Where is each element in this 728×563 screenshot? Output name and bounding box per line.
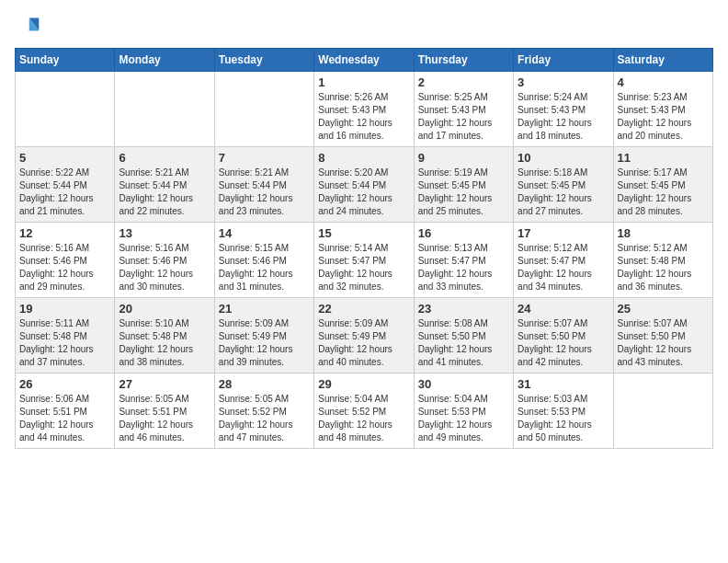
day-number: 12 — [19, 226, 110, 240]
calendar-cell: 27Sunrise: 5:05 AM Sunset: 5:51 PM Dayli… — [115, 373, 214, 449]
calendar-cell — [613, 373, 712, 449]
day-number: 4 — [618, 75, 709, 89]
calendar-cell: 5Sunrise: 5:22 AM Sunset: 5:44 PM Daylig… — [16, 147, 115, 223]
calendar-cell: 13Sunrise: 5:16 AM Sunset: 5:46 PM Dayli… — [115, 223, 214, 298]
calendar-cell: 28Sunrise: 5:05 AM Sunset: 5:52 PM Dayli… — [214, 373, 313, 449]
day-number: 13 — [119, 226, 210, 240]
calendar-table: SundayMondayTuesdayWednesdayThursdayFrid… — [15, 48, 713, 449]
day-info: Sunrise: 5:14 AM Sunset: 5:47 PM Dayligh… — [318, 242, 409, 293]
day-info: Sunrise: 5:16 AM Sunset: 5:46 PM Dayligh… — [119, 242, 210, 293]
calendar-cell: 18Sunrise: 5:12 AM Sunset: 5:48 PM Dayli… — [613, 223, 712, 298]
day-number: 7 — [219, 151, 310, 165]
day-info: Sunrise: 5:21 AM Sunset: 5:44 PM Dayligh… — [119, 167, 210, 218]
calendar-cell: 23Sunrise: 5:08 AM Sunset: 5:50 PM Dayli… — [414, 298, 513, 373]
day-info: Sunrise: 5:08 AM Sunset: 5:50 PM Dayligh… — [418, 317, 509, 369]
day-info: Sunrise: 5:04 AM Sunset: 5:53 PM Dayligh… — [418, 393, 509, 444]
day-number: 30 — [418, 377, 509, 391]
calendar-cell — [115, 72, 214, 147]
weekday-header-monday: Monday — [115, 49, 214, 72]
day-number: 23 — [418, 302, 509, 316]
day-info: Sunrise: 5:22 AM Sunset: 5:44 PM Dayligh… — [19, 167, 110, 218]
calendar-cell: 9Sunrise: 5:19 AM Sunset: 5:45 PM Daylig… — [414, 147, 513, 223]
day-info: Sunrise: 5:11 AM Sunset: 5:48 PM Dayligh… — [19, 317, 110, 369]
day-number: 19 — [19, 302, 110, 316]
week-row-4: 19Sunrise: 5:11 AM Sunset: 5:48 PM Dayli… — [16, 298, 713, 373]
calendar-cell: 30Sunrise: 5:04 AM Sunset: 5:53 PM Dayli… — [414, 373, 513, 449]
weekday-header-tuesday: Tuesday — [214, 49, 313, 72]
header-area — [15, 15, 713, 40]
calendar-cell — [214, 72, 313, 147]
day-number: 15 — [318, 226, 409, 240]
day-info: Sunrise: 5:05 AM Sunset: 5:51 PM Dayligh… — [119, 393, 210, 444]
day-number: 16 — [418, 226, 509, 240]
calendar-cell — [16, 72, 115, 147]
day-info: Sunrise: 5:09 AM Sunset: 5:49 PM Dayligh… — [318, 317, 409, 369]
weekday-header-saturday: Saturday — [613, 49, 712, 72]
day-number: 8 — [318, 151, 409, 165]
week-row-2: 5Sunrise: 5:22 AM Sunset: 5:44 PM Daylig… — [16, 147, 713, 223]
day-number: 2 — [418, 75, 509, 89]
calendar-cell: 1Sunrise: 5:26 AM Sunset: 5:43 PM Daylig… — [314, 72, 414, 147]
logo-icon — [15, 15, 40, 40]
logo — [15, 15, 44, 40]
day-info: Sunrise: 5:07 AM Sunset: 5:50 PM Dayligh… — [518, 317, 609, 369]
day-info: Sunrise: 5:10 AM Sunset: 5:48 PM Dayligh… — [119, 317, 210, 369]
calendar-cell: 6Sunrise: 5:21 AM Sunset: 5:44 PM Daylig… — [115, 147, 214, 223]
day-number: 17 — [518, 226, 609, 240]
calendar-cell: 12Sunrise: 5:16 AM Sunset: 5:46 PM Dayli… — [16, 223, 115, 298]
day-info: Sunrise: 5:07 AM Sunset: 5:50 PM Dayligh… — [618, 317, 709, 369]
day-number: 20 — [119, 302, 210, 316]
calendar-cell: 29Sunrise: 5:04 AM Sunset: 5:52 PM Dayli… — [314, 373, 414, 449]
calendar-cell: 14Sunrise: 5:15 AM Sunset: 5:46 PM Dayli… — [214, 223, 313, 298]
day-number: 29 — [318, 377, 409, 391]
day-number: 22 — [318, 302, 409, 316]
calendar-cell: 8Sunrise: 5:20 AM Sunset: 5:44 PM Daylig… — [314, 147, 414, 223]
day-number: 18 — [618, 226, 709, 240]
calendar-cell: 31Sunrise: 5:03 AM Sunset: 5:53 PM Dayli… — [514, 373, 613, 449]
week-row-5: 26Sunrise: 5:06 AM Sunset: 5:51 PM Dayli… — [16, 373, 713, 449]
day-info: Sunrise: 5:21 AM Sunset: 5:44 PM Dayligh… — [219, 167, 310, 218]
calendar-cell: 19Sunrise: 5:11 AM Sunset: 5:48 PM Dayli… — [16, 298, 115, 373]
day-info: Sunrise: 5:12 AM Sunset: 5:47 PM Dayligh… — [518, 242, 609, 293]
day-info: Sunrise: 5:17 AM Sunset: 5:45 PM Dayligh… — [618, 167, 709, 218]
day-number: 25 — [618, 302, 709, 316]
calendar-cell: 7Sunrise: 5:21 AM Sunset: 5:44 PM Daylig… — [214, 147, 313, 223]
calendar-cell: 17Sunrise: 5:12 AM Sunset: 5:47 PM Dayli… — [514, 223, 613, 298]
day-number: 26 — [19, 377, 110, 391]
day-number: 28 — [219, 377, 310, 391]
day-number: 14 — [219, 226, 310, 240]
calendar-cell: 10Sunrise: 5:18 AM Sunset: 5:45 PM Dayli… — [514, 147, 613, 223]
day-number: 9 — [418, 151, 509, 165]
calendar-cell: 21Sunrise: 5:09 AM Sunset: 5:49 PM Dayli… — [214, 298, 313, 373]
day-info: Sunrise: 5:16 AM Sunset: 5:46 PM Dayligh… — [19, 242, 110, 293]
day-number: 31 — [518, 377, 609, 391]
calendar-cell: 26Sunrise: 5:06 AM Sunset: 5:51 PM Dayli… — [16, 373, 115, 449]
day-number: 5 — [19, 151, 110, 165]
day-info: Sunrise: 5:19 AM Sunset: 5:45 PM Dayligh… — [418, 167, 509, 218]
calendar-cell: 3Sunrise: 5:24 AM Sunset: 5:43 PM Daylig… — [514, 72, 613, 147]
day-number: 10 — [518, 151, 609, 165]
calendar-cell: 11Sunrise: 5:17 AM Sunset: 5:45 PM Dayli… — [613, 147, 712, 223]
day-info: Sunrise: 5:18 AM Sunset: 5:45 PM Dayligh… — [518, 167, 609, 218]
week-row-3: 12Sunrise: 5:16 AM Sunset: 5:46 PM Dayli… — [16, 223, 713, 298]
calendar-cell: 20Sunrise: 5:10 AM Sunset: 5:48 PM Dayli… — [115, 298, 214, 373]
day-number: 6 — [119, 151, 210, 165]
week-row-1: 1Sunrise: 5:26 AM Sunset: 5:43 PM Daylig… — [16, 72, 713, 147]
calendar-cell: 22Sunrise: 5:09 AM Sunset: 5:49 PM Dayli… — [314, 298, 414, 373]
weekday-header-wednesday: Wednesday — [314, 49, 414, 72]
calendar-cell: 16Sunrise: 5:13 AM Sunset: 5:47 PM Dayli… — [414, 223, 513, 298]
day-info: Sunrise: 5:09 AM Sunset: 5:49 PM Dayligh… — [219, 317, 310, 369]
day-info: Sunrise: 5:26 AM Sunset: 5:43 PM Dayligh… — [318, 91, 409, 143]
day-info: Sunrise: 5:25 AM Sunset: 5:43 PM Dayligh… — [418, 91, 509, 143]
day-info: Sunrise: 5:05 AM Sunset: 5:52 PM Dayligh… — [219, 393, 310, 444]
day-info: Sunrise: 5:13 AM Sunset: 5:47 PM Dayligh… — [418, 242, 509, 293]
weekday-header-friday: Friday — [514, 49, 613, 72]
weekday-header-sunday: Sunday — [16, 49, 115, 72]
day-info: Sunrise: 5:12 AM Sunset: 5:48 PM Dayligh… — [618, 242, 709, 293]
day-number: 27 — [119, 377, 210, 391]
day-number: 11 — [618, 151, 709, 165]
day-info: Sunrise: 5:06 AM Sunset: 5:51 PM Dayligh… — [19, 393, 110, 444]
day-number: 21 — [219, 302, 310, 316]
day-info: Sunrise: 5:23 AM Sunset: 5:43 PM Dayligh… — [618, 91, 709, 143]
calendar-cell: 25Sunrise: 5:07 AM Sunset: 5:50 PM Dayli… — [613, 298, 712, 373]
